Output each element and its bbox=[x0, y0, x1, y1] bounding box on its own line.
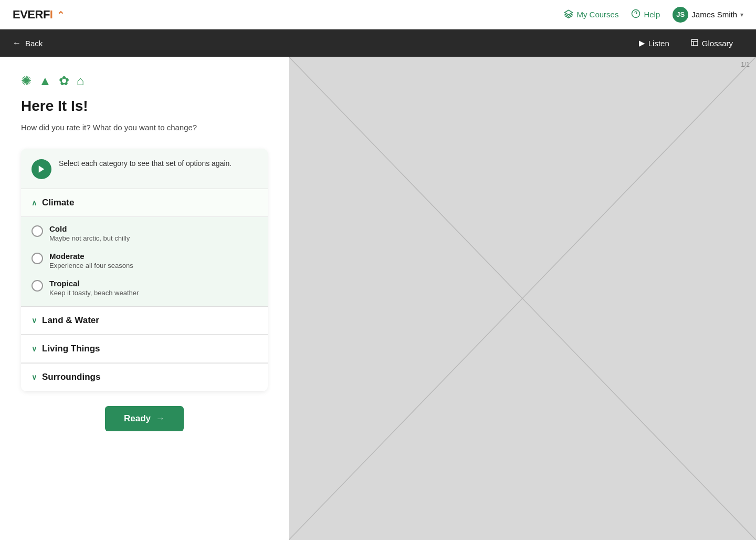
living-things-section: ∨ Living Things bbox=[21, 335, 268, 363]
avatar: JS bbox=[673, 7, 688, 23]
climate-options: Cold Maybe not arctic, but chilly Modera… bbox=[21, 217, 268, 306]
tropical-text: Tropical Keep it toasty, beach weather bbox=[49, 279, 139, 297]
courses-icon bbox=[564, 9, 573, 20]
page-subtitle: How did you rate it? What do you want to… bbox=[21, 122, 268, 134]
moderate-desc: Experience all four seasons bbox=[49, 262, 133, 269]
hint-text: Select each category to see that set of … bbox=[59, 158, 232, 169]
land-water-header[interactable]: ∨ Land & Water bbox=[21, 307, 268, 335]
house-icon: ⌂ bbox=[77, 74, 85, 88]
right-panel: 1/1 bbox=[289, 57, 756, 540]
help-link[interactable]: Help bbox=[631, 9, 660, 20]
ready-button-wrap: Ready → bbox=[21, 406, 268, 431]
nav-actions: ▶ Listen Glossary bbox=[628, 29, 743, 57]
help-icon bbox=[631, 9, 640, 20]
glossary-label: Glossary bbox=[702, 39, 733, 48]
sun-icon: ✺ bbox=[21, 74, 32, 88]
user-menu[interactable]: JS James Smith ▾ bbox=[673, 7, 743, 23]
my-courses-label: My Courses bbox=[576, 10, 618, 19]
listen-label: Listen bbox=[648, 39, 669, 48]
climate-header[interactable]: ∧ Climate bbox=[21, 189, 268, 217]
play-icon: ▶ bbox=[639, 38, 645, 48]
surroundings-chevron-icon: ∨ bbox=[32, 373, 37, 381]
my-courses-link[interactable]: My Courses bbox=[564, 9, 618, 20]
back-arrow-icon: ← bbox=[13, 38, 21, 48]
radio-cold[interactable] bbox=[32, 225, 43, 237]
land-water-chevron-icon: ∨ bbox=[32, 316, 37, 325]
page-title: Here It Is! bbox=[21, 98, 268, 115]
cold-desc: Maybe not arctic, but chilly bbox=[49, 234, 130, 242]
placeholder-image bbox=[289, 57, 756, 540]
svg-marker-5 bbox=[39, 165, 45, 173]
moderate-text: Moderate Experience all four seasons bbox=[49, 252, 133, 269]
logo-accent: I bbox=[50, 8, 53, 21]
leaf-icon: ✿ bbox=[59, 74, 69, 88]
secondary-nav: ← Back ▶ Listen Glossary bbox=[0, 29, 756, 57]
climate-label: Climate bbox=[42, 198, 74, 208]
land-water-label: Land & Water bbox=[42, 315, 99, 326]
living-things-chevron-icon: ∨ bbox=[32, 345, 37, 353]
top-nav: EVERFI ⌃ My Courses Help JS James Smith … bbox=[0, 0, 756, 29]
left-panel: ✺ ▲ ✿ ⌂ Here It Is! How did you rate it?… bbox=[0, 57, 289, 540]
card-hint: Select each category to see that set of … bbox=[21, 149, 268, 189]
logo: EVERFI ⌃ bbox=[13, 8, 65, 22]
land-water-section: ∨ Land & Water bbox=[21, 306, 268, 335]
option-moderate: Moderate Experience all four seasons bbox=[32, 252, 257, 269]
climate-section: ∧ Climate Cold Maybe not arctic, but chi… bbox=[21, 189, 268, 306]
hint-icon-circle bbox=[32, 159, 51, 179]
moderate-label: Moderate bbox=[49, 252, 133, 261]
tropical-desc: Keep it toasty, beach weather bbox=[49, 289, 139, 297]
climate-chevron-icon: ∧ bbox=[32, 199, 37, 207]
radio-tropical[interactable] bbox=[32, 280, 43, 292]
surroundings-label: Surroundings bbox=[42, 372, 100, 382]
listen-button[interactable]: ▶ Listen bbox=[628, 29, 680, 57]
living-things-header[interactable]: ∨ Living Things bbox=[21, 335, 268, 363]
ready-label: Ready bbox=[124, 413, 151, 424]
living-things-label: Living Things bbox=[42, 344, 100, 354]
back-label: Back bbox=[25, 39, 43, 48]
chevron-down-icon: ▾ bbox=[740, 11, 743, 18]
ready-arrow-icon: → bbox=[156, 413, 165, 424]
user-name: James Smith bbox=[691, 10, 737, 19]
cold-text: Cold Maybe not arctic, but chilly bbox=[49, 224, 130, 242]
main-layout: ✺ ▲ ✿ ⌂ Here It Is! How did you rate it?… bbox=[0, 57, 756, 540]
option-cold: Cold Maybe not arctic, but chilly bbox=[32, 224, 257, 242]
cold-label: Cold bbox=[49, 224, 130, 233]
nav-right: My Courses Help JS James Smith ▾ bbox=[564, 7, 743, 23]
glossary-icon bbox=[690, 38, 699, 48]
radio-moderate[interactable] bbox=[32, 253, 43, 264]
help-label: Help bbox=[644, 10, 660, 19]
glossary-button[interactable]: Glossary bbox=[680, 29, 743, 57]
option-tropical: Tropical Keep it toasty, beach weather bbox=[32, 279, 257, 297]
back-button[interactable]: ← Back bbox=[13, 38, 43, 48]
surroundings-section: ∨ Surroundings bbox=[21, 363, 268, 391]
mountain-icon: ▲ bbox=[39, 74, 51, 88]
slide-number: 1/1 bbox=[741, 61, 750, 68]
tropical-label: Tropical bbox=[49, 279, 139, 288]
logo-icon: ⌃ bbox=[57, 10, 65, 20]
topic-icons: ✺ ▲ ✿ ⌂ bbox=[21, 74, 268, 88]
ready-button[interactable]: Ready → bbox=[105, 406, 184, 431]
svg-rect-2 bbox=[691, 39, 698, 46]
options-card: Select each category to see that set of … bbox=[21, 149, 268, 391]
surroundings-header[interactable]: ∨ Surroundings bbox=[21, 364, 268, 391]
